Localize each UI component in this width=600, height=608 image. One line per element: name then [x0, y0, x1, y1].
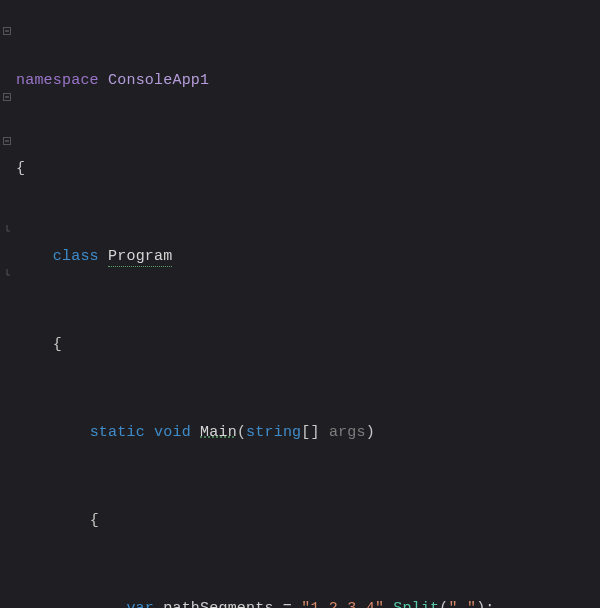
- fold-close-icon[interactable]: [2, 224, 12, 234]
- open-brace: {: [53, 336, 62, 353]
- string-arg: ",": [449, 600, 477, 608]
- code-area[interactable]: namespace ConsoleApp1 { class Program { …: [14, 0, 600, 608]
- fold-close-icon[interactable]: [2, 268, 12, 278]
- code-line[interactable]: {: [16, 334, 600, 356]
- method-call: Split: [393, 600, 439, 608]
- namespace-name: ConsoleApp1: [108, 72, 209, 89]
- close-paren: ): [366, 424, 375, 441]
- code-editor[interactable]: namespace ConsoleApp1 { class Program { …: [0, 0, 600, 608]
- keyword-void: void: [154, 424, 191, 441]
- open-brace: {: [16, 160, 25, 177]
- code-line[interactable]: {: [16, 510, 600, 532]
- close-paren: ): [476, 600, 485, 608]
- string-literal: "1,2,3,4": [301, 600, 384, 608]
- method-name: Main: [200, 424, 237, 441]
- param-name: args: [329, 424, 366, 441]
- code-line[interactable]: static void Main(string[] args): [16, 422, 600, 444]
- gutter: [0, 0, 14, 608]
- code-line[interactable]: class Program: [16, 246, 600, 268]
- code-line[interactable]: var pathSegments = "1,2,3,4".Split(",");: [16, 598, 600, 608]
- semicolon: ;: [485, 600, 494, 608]
- fold-open-icon[interactable]: [2, 92, 12, 102]
- code-line[interactable]: namespace ConsoleApp1: [16, 70, 600, 92]
- keyword-namespace: namespace: [16, 72, 99, 89]
- dot: .: [384, 600, 393, 608]
- open-brace: {: [90, 512, 99, 529]
- keyword-static: static: [90, 424, 145, 441]
- operator-equals: =: [283, 600, 292, 608]
- keyword-var: var: [126, 600, 154, 608]
- keyword-class: class: [53, 248, 99, 265]
- fold-open-icon[interactable]: [2, 26, 12, 36]
- fold-open-icon[interactable]: [2, 136, 12, 146]
- brackets: []: [301, 424, 319, 441]
- variable-name: pathSegments: [163, 600, 273, 608]
- code-line[interactable]: {: [16, 158, 600, 180]
- param-type: string: [246, 424, 301, 441]
- open-paren: (: [237, 424, 246, 441]
- class-name: Program: [108, 248, 172, 267]
- open-paren: (: [439, 600, 448, 608]
